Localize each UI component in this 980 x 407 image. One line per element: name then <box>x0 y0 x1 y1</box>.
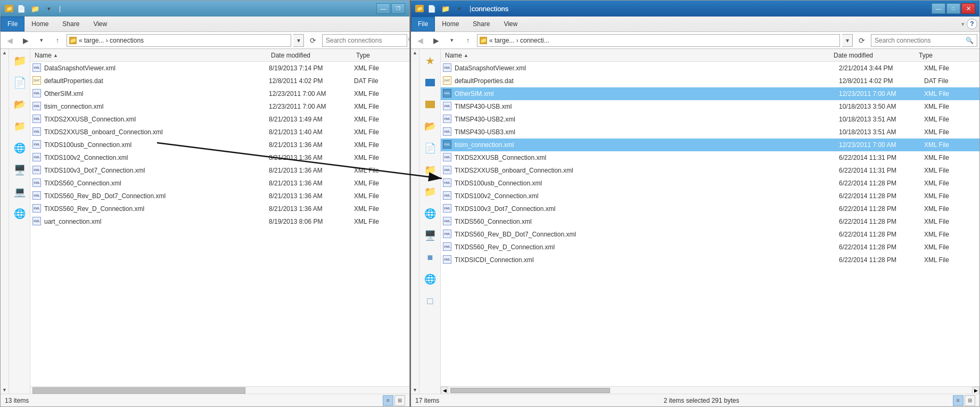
right-tab-view[interactable]: View <box>497 17 524 31</box>
left-sidebar-item-4[interactable]: 📁 <box>9 116 30 137</box>
right-file-row[interactable]: XMLTIXDS2XXUSB_Connection.xml6/22/2014 1… <box>441 151 979 164</box>
right-close-btn[interactable]: ✕ <box>961 3 975 14</box>
right-search-icon[interactable]: 🔍 <box>966 37 974 44</box>
left-search-input[interactable] <box>326 37 406 44</box>
left-maximize-btn[interactable]: ❐ <box>391 3 405 14</box>
left-sidebar-item-2[interactable]: 📄 <box>9 72 30 93</box>
right-sidebar-item-10[interactable]: 🌐 <box>419 268 441 290</box>
right-tab-home[interactable]: Home <box>435 17 466 31</box>
right-sidebar-item-7[interactable]: 🌐 <box>419 203 441 224</box>
right-refresh-btn[interactable]: ⟳ <box>855 34 869 47</box>
left-nav-arrow[interactable]: ▾ <box>35 34 48 47</box>
right-scroll-down[interactable]: ▼ <box>411 386 419 394</box>
right-path-dropdown[interactable]: ▾ <box>842 34 853 47</box>
right-back-btn[interactable]: ◀ <box>413 34 427 47</box>
right-search-input[interactable] <box>875 37 963 44</box>
right-folder2-icon[interactable]: 📁 <box>440 3 451 14</box>
right-new-icon[interactable]: 📄 <box>426 3 438 14</box>
left-folder2-icon[interactable]: 📁 <box>29 3 41 14</box>
left-file-row[interactable]: XMLTIXDS100v3_Dot7_Connection.xml8/21/20… <box>30 164 409 177</box>
left-up-btn[interactable]: ↑ <box>51 34 64 47</box>
right-sidebar-star[interactable]: ★ <box>419 50 441 71</box>
left-back-btn[interactable]: ◀ <box>3 34 17 47</box>
left-h-scroll-thumb[interactable] <box>32 387 245 394</box>
left-view-btn-large[interactable]: ⊞ <box>394 395 405 406</box>
right-file-list[interactable]: XMLDataSnapshotViewer.xml2/21/2014 3:44 … <box>441 62 979 386</box>
left-file-row[interactable]: XMLTIXDS2XXUSB_Connection.xml8/21/2013 1… <box>30 113 409 126</box>
right-file-row[interactable]: XMLTIXDS560_Connection.xml6/22/2014 11:2… <box>441 215 979 228</box>
right-file-row[interactable]: XMLTIXDS2XXUSB_onboard_Connection.xml6/2… <box>441 164 979 177</box>
left-new-icon[interactable]: 📄 <box>15 3 27 14</box>
right-h-scroll-left[interactable]: ◀ <box>441 387 448 394</box>
right-file-row[interactable]: XMLTIXDS560_Rev_BD_Dot7_Connection.xml6/… <box>441 228 979 241</box>
right-sidebar-item-1[interactable] <box>419 72 441 93</box>
left-file-row[interactable]: DATdefaultProperties.dat12/8/2011 4:02 P… <box>30 75 409 87</box>
left-file-row[interactable]: XMLTIXDS560_Connection.xml8/21/2013 1:36… <box>30 177 409 190</box>
right-h-scroll[interactable]: ◀ ▶ <box>441 386 979 394</box>
left-folder-icon[interactable]: 📁 <box>5 5 13 12</box>
right-sidebar-item-3[interactable]: 📂 <box>419 116 441 137</box>
right-tab-share[interactable]: Share <box>466 17 497 31</box>
right-file-row[interactable]: XMLTIMSP430-USB2.xml10/18/2013 3:51 AMXM… <box>441 113 979 126</box>
right-minimize-btn[interactable]: — <box>932 3 945 14</box>
right-file-row[interactable]: XMLDataSnapshotViewer.xml2/21/2014 3:44 … <box>441 62 979 75</box>
right-file-row[interactable]: XMLTIXDS100usb_Connection.xml6/22/2014 1… <box>441 177 979 190</box>
right-sidebar-item-9[interactable]: ■ <box>419 247 441 268</box>
left-file-row[interactable]: XMLTIXDS560_Rev_D_Connection.xml8/21/201… <box>30 202 409 215</box>
left-view-btn-details[interactable]: ≡ <box>383 395 393 406</box>
right-view-btn-details[interactable]: ≡ <box>953 395 963 406</box>
right-file-row[interactable]: XMLTIMSP430-USB3.xml10/18/2013 3:51 AMXM… <box>441 126 979 139</box>
right-file-row[interactable]: XMLTIXDS560_Rev_D_Connection.xml6/22/201… <box>441 241 979 254</box>
right-ribbon-collapse[interactable]: ▾ <box>959 19 967 30</box>
right-sidebar-item-8[interactable]: 🖥️ <box>419 225 441 246</box>
right-sidebar-item-11[interactable]: □ <box>419 290 441 312</box>
right-nav-arrow[interactable]: ▾ <box>445 34 459 47</box>
right-col-type[interactable]: Type <box>917 52 970 59</box>
right-h-scroll-thumb[interactable] <box>450 388 610 393</box>
left-col-type[interactable]: Type <box>354 52 407 59</box>
right-maximize-btn[interactable]: □ <box>946 3 960 14</box>
left-scroll-down[interactable]: ▼ <box>1 386 9 394</box>
left-sidebar-item-3[interactable]: 📂 <box>9 94 30 115</box>
right-h-scroll-right[interactable]: ▶ <box>972 387 979 394</box>
right-up-btn[interactable]: ↑ <box>461 34 475 47</box>
left-sidebar-item-7[interactable]: 💻 <box>9 181 30 202</box>
left-sidebar-item-1[interactable]: 📁 <box>9 50 30 71</box>
left-tab-home[interactable]: Home <box>24 17 55 31</box>
right-tab-file[interactable]: File <box>411 17 435 31</box>
left-tab-file[interactable]: File <box>1 17 24 31</box>
left-refresh-btn[interactable]: ⟳ <box>306 34 320 47</box>
right-folder-icon[interactable]: 📁 <box>415 5 424 12</box>
right-file-row[interactable]: XMLTIMSP430-USB.xml10/18/2013 3:50 AMXML… <box>441 100 979 113</box>
right-scroll-up[interactable]: ▲ <box>411 49 419 56</box>
left-file-row[interactable]: XMLTIXDS560_Rev_BD_Dot7_Connection.xml8/… <box>30 190 409 202</box>
left-file-row[interactable]: XMLTIXDS100v2_Connection.xml8/21/2013 1:… <box>30 151 409 164</box>
left-file-row[interactable]: XMLOtherSIM.xml12/23/2011 7:00 AMXML Fil… <box>30 87 409 100</box>
right-down-arrow[interactable]: ▾ <box>454 3 465 14</box>
left-file-row[interactable]: XMLTIXDS100usb_Connection.xml8/21/2013 1… <box>30 139 409 151</box>
left-file-row[interactable]: XMLTIXDS2XXUSB_onboard_Connection.xml8/2… <box>30 126 409 139</box>
right-help-btn[interactable]: ? <box>967 19 977 29</box>
left-sidebar-item-8[interactable]: 🌐 <box>9 203 30 224</box>
right-file-row[interactable]: XMLtisim_connection.xml12/23/2011 7:00 A… <box>441 139 979 151</box>
left-tab-view[interactable]: View <box>86 17 114 31</box>
left-tab-share[interactable]: Share <box>55 17 86 31</box>
left-file-row[interactable]: XMLDataSnapshotViewer.xml8/19/2013 7:14 … <box>30 62 409 75</box>
left-down-arrow[interactable]: ▾ <box>43 3 55 14</box>
right-sidebar-item-5[interactable]: 📁 <box>419 159 441 181</box>
left-scroll-up[interactable]: ▲ <box>1 49 9 56</box>
left-sidebar-item-5[interactable]: 🌐 <box>9 137 30 159</box>
right-file-row[interactable]: XMLTIXDSICDI_Connection.xml6/22/2014 11:… <box>441 254 979 266</box>
right-forward-btn[interactable]: ▶ <box>429 34 443 47</box>
right-col-date[interactable]: Date modified <box>831 52 917 59</box>
right-file-row[interactable]: XMLTIXDS100v3_Dot7_Connection.xml6/22/20… <box>441 202 979 215</box>
left-col-name[interactable]: Name ▲ <box>32 52 269 59</box>
left-file-list[interactable]: XMLDataSnapshotViewer.xml8/19/2013 7:14 … <box>30 62 409 386</box>
right-col-name[interactable]: Name ▲ <box>443 52 831 59</box>
left-file-row[interactable]: XMLuart_connection.xml8/19/2013 8:06 PMX… <box>30 215 409 228</box>
right-file-row[interactable]: XMLTIXDS100v2_Connection.xml6/22/2014 11… <box>441 190 979 202</box>
left-path-dropdown[interactable]: ▾ <box>293 34 304 47</box>
right-file-row[interactable]: XMLOtherSIM.xml12/23/2011 7:00 AMXML Fil… <box>441 87 979 100</box>
right-sidebar-item-4[interactable]: 📄 <box>419 137 441 159</box>
left-col-date[interactable]: Date modified <box>269 52 354 59</box>
